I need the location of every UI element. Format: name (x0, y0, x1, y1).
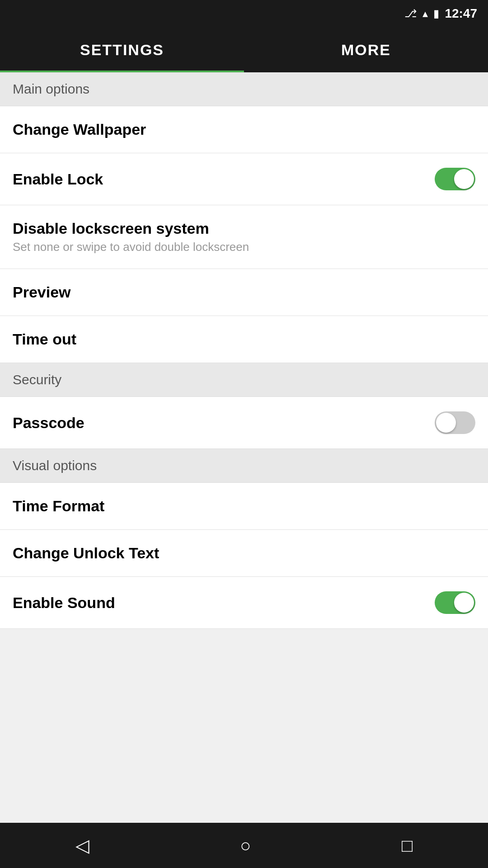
list-item-passcode[interactable]: Passcode (0, 397, 488, 449)
status-bar: ⎇ ▴ ▮ 12:47 (0, 0, 488, 27)
list-item-change-unlock-text[interactable]: Change Unlock Text (0, 530, 488, 577)
battery-icon: ▮ (433, 7, 439, 20)
toggle-knob (454, 169, 474, 189)
list-item-disable-lockscreen[interactable]: Disable lockscreen system Set none or sw… (0, 205, 488, 269)
passcode-toggle[interactable] (435, 411, 475, 434)
bluetooth-icon: ⎇ (404, 7, 417, 20)
status-time: 12:47 (445, 6, 477, 21)
enable-lock-toggle[interactable] (435, 168, 475, 190)
tab-settings[interactable]: SETTINGS (0, 27, 244, 72)
home-button[interactable]: ○ (240, 835, 251, 856)
list-item-time-format[interactable]: Time Format (0, 483, 488, 530)
list-item-preview[interactable]: Preview (0, 269, 488, 316)
tab-bar: SETTINGS MORE (0, 27, 488, 72)
settings-content: Main options Change Wallpaper Enable Loc… (0, 72, 488, 629)
nav-bar: ◁ ○ □ (0, 823, 488, 868)
section-header-main-options: Main options (0, 72, 488, 106)
tab-more[interactable]: MORE (244, 27, 488, 72)
list-item-enable-lock[interactable]: Enable Lock (0, 153, 488, 205)
section-header-security: Security (0, 363, 488, 397)
list-item-change-wallpaper[interactable]: Change Wallpaper (0, 106, 488, 153)
toggle-knob-passcode (436, 413, 456, 433)
list-item-time-out[interactable]: Time out (0, 316, 488, 363)
toggle-knob-sound (454, 593, 474, 613)
status-icons: ⎇ ▴ ▮ 12:47 (404, 6, 477, 21)
list-item-enable-sound[interactable]: Enable Sound (0, 577, 488, 629)
signal-icon: ▴ (422, 7, 428, 20)
enable-sound-toggle[interactable] (435, 591, 475, 614)
back-button[interactable]: ◁ (75, 835, 89, 856)
section-header-visual-options: Visual options (0, 449, 488, 483)
recent-button[interactable]: □ (402, 835, 413, 856)
